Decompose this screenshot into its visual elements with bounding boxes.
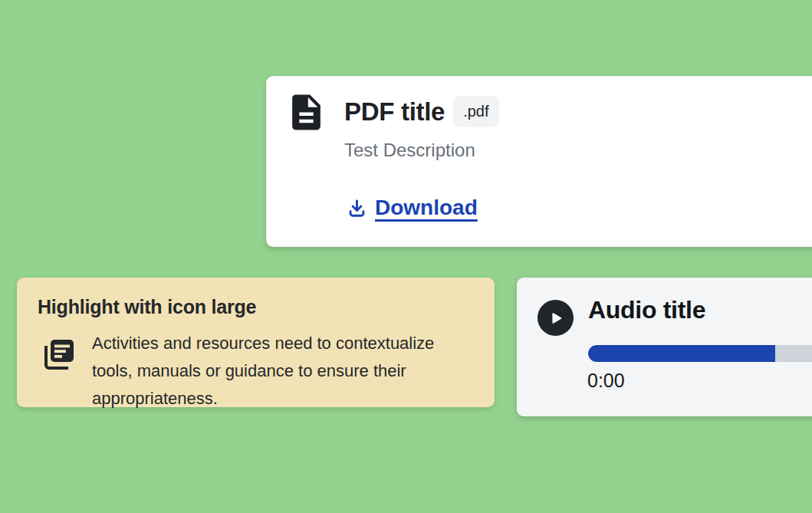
highlight-body: Activities and resources need to context… bbox=[92, 330, 475, 413]
document-icon bbox=[285, 91, 327, 136]
audio-title: Audio title bbox=[588, 296, 705, 324]
audio-elapsed-time: 0:00 bbox=[587, 370, 625, 392]
download-link[interactable]: Download bbox=[347, 196, 478, 220]
stacked-notes-icon bbox=[40, 336, 77, 379]
pdf-card-header: PDF title .pdf bbox=[344, 96, 499, 127]
play-icon bbox=[547, 310, 564, 327]
file-extension-badge: .pdf bbox=[453, 96, 498, 127]
stage: PDF title .pdf Test Description Download… bbox=[0, 0, 812, 513]
audio-progress-track[interactable] bbox=[588, 345, 812, 362]
highlight-card: Highlight with icon large Activities and… bbox=[17, 278, 495, 407]
pdf-title: PDF title bbox=[344, 97, 445, 127]
download-label: Download bbox=[375, 196, 478, 220]
audio-progress-fill bbox=[588, 345, 775, 362]
download-icon bbox=[347, 198, 367, 219]
audio-card: Audio title 0:00 bbox=[517, 278, 812, 416]
pdf-card: PDF title .pdf Test Description Download bbox=[266, 76, 812, 247]
pdf-description: Test Description bbox=[344, 140, 475, 161]
highlight-title: Highlight with icon large bbox=[38, 296, 256, 318]
play-button[interactable] bbox=[537, 300, 574, 336]
